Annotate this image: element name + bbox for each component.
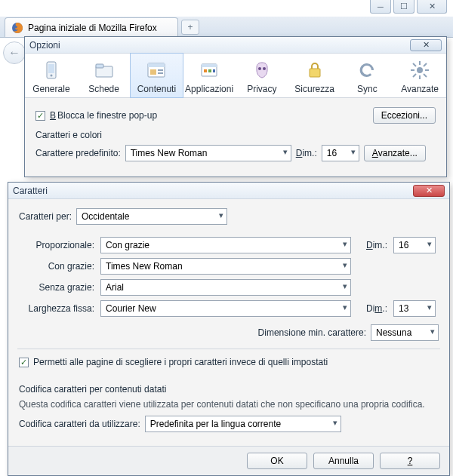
svg-rect-2: [48, 64, 54, 73]
exceptions-button[interactable]: Eccezioni...: [373, 107, 436, 124]
tab-title: Pagina iniziale di Mozilla Firefox: [28, 23, 157, 33]
category-sync[interactable]: Sync: [341, 54, 394, 97]
category-generale[interactable]: Generale: [25, 54, 78, 97]
svg-point-3: [50, 75, 52, 77]
svg-point-19: [417, 67, 423, 73]
window-controls: ─ ☐ ✕: [370, 0, 447, 14]
fonts-button-row: OK Annulla ?: [8, 446, 449, 475]
new-tab-button[interactable]: +: [181, 20, 199, 35]
svg-rect-8: [150, 69, 156, 75]
fonts-close-button[interactable]: ✕: [413, 185, 445, 197]
privacy-icon: [250, 58, 274, 82]
mono-select[interactable]: Courier New: [100, 300, 351, 317]
advanced-icon: [408, 58, 432, 82]
serif-select[interactable]: Times New Roman: [100, 258, 351, 275]
firefox-icon: [11, 22, 23, 34]
nav-back-button[interactable]: ←: [3, 41, 26, 64]
help-button[interactable]: ?: [380, 453, 440, 469]
category-applicazioni[interactable]: Applicazioni: [183, 54, 236, 97]
default-font-select[interactable]: Times New Roman: [125, 145, 291, 161]
svg-rect-13: [204, 69, 207, 72]
window-minimize-button[interactable]: ─: [370, 0, 391, 14]
svg-rect-12: [202, 64, 217, 67]
options-titlebar: Opzioni ✕: [25, 37, 446, 54]
fonts-dialog: Caratteri ✕ Caratteri per: Occidentale P…: [8, 182, 450, 476]
svg-line-25: [424, 74, 427, 77]
serif-label: Con grazie:: [19, 261, 94, 272]
sans-label: Senza grazie:: [19, 282, 94, 293]
category-privacy[interactable]: Privacy: [236, 54, 288, 97]
allow-pages-label: Permetti alle pagine di scegliere i prop…: [33, 357, 328, 367]
svg-point-16: [258, 67, 261, 70]
options-body: B document.currentScript.previousElement…: [25, 98, 446, 177]
svg-rect-15: [213, 69, 215, 72]
applications-icon: [197, 58, 221, 82]
min-size-label: Dimensione min. carattere:: [258, 327, 366, 338]
mono-dim-label: Dim.:: [357, 303, 387, 314]
fonts-for-label: Caratteri per:: [19, 211, 72, 222]
window-close-button[interactable]: ✕: [417, 0, 447, 14]
fonts-title: Caratteri: [13, 186, 413, 196]
sans-select[interactable]: Arial: [100, 279, 351, 296]
default-font-label: Carattere predefinito:: [35, 148, 121, 158]
svg-line-27: [413, 74, 416, 77]
svg-rect-10: [158, 72, 163, 74]
browser-tabstrip: Pagina iniziale di Mozilla Firefox +: [0, 17, 453, 38]
category-avanzate[interactable]: Avanzate: [393, 54, 446, 97]
default-font-size-select[interactable]: 16: [322, 145, 359, 161]
fonts-colors-section: Caratteri e colori: [35, 130, 436, 140]
svg-line-26: [424, 63, 427, 66]
allow-pages-checkbox[interactable]: [19, 358, 29, 367]
fonts-body: Caratteri per: Occidentale Proporzionale…: [8, 199, 449, 446]
category-contenuti[interactable]: Contenuti: [130, 53, 184, 98]
proportional-size-select[interactable]: 16: [393, 237, 436, 253]
svg-line-24: [413, 63, 416, 66]
mono-label: Larghezza fissa:: [19, 303, 94, 314]
fonts-titlebar: Caratteri ✕: [8, 183, 449, 199]
options-title: Opzioni: [29, 40, 410, 51]
category-schede[interactable]: Schede: [78, 54, 131, 97]
svg-point-17: [263, 67, 266, 70]
block-popup-label-text: Blocca le finestre pop-up: [57, 110, 157, 121]
svg-rect-5: [96, 64, 103, 68]
proportional-select[interactable]: Con grazie: [100, 237, 351, 253]
fonts-grid: Proporzionale: Con grazie Dim.: 16 Con g…: [19, 237, 439, 317]
block-popup-checkbox[interactable]: [35, 111, 45, 121]
security-icon: [303, 58, 327, 82]
min-size-select[interactable]: Nessuna: [371, 324, 439, 341]
cancel-button[interactable]: Annulla: [313, 453, 374, 469]
options-category-row: Generale Schede Contenuti Applicazioni P…: [25, 54, 446, 98]
category-sicurezza[interactable]: Sicurezza: [288, 54, 341, 97]
browser-tab[interactable]: Pagina iniziale di Mozilla Firefox: [5, 17, 178, 37]
block-popup-label: B: [50, 110, 56, 121]
fonts-advanced-button[interactable]: Avanzate...: [364, 145, 426, 161]
general-icon: [39, 58, 63, 82]
svg-rect-18: [310, 69, 320, 77]
proportional-label: Proporzionale:: [19, 240, 94, 250]
ok-button[interactable]: OK: [247, 453, 307, 469]
encoding-help: Questa codifica caratteri viene utilizza…: [19, 399, 439, 410]
options-dialog: Opzioni ✕ Generale Schede Contenuti Appl…: [24, 36, 447, 177]
prop-dim-label: Dim.:: [357, 240, 387, 250]
svg-rect-14: [208, 69, 211, 72]
encoding-label: Codifica caratteri da utilizzare:: [19, 419, 140, 429]
encoding-select[interactable]: Predefinita per la lingua corrente: [145, 416, 341, 432]
svg-rect-7: [148, 63, 165, 67]
svg-rect-9: [158, 69, 163, 71]
fonts-for-select[interactable]: Occidentale: [76, 208, 227, 225]
window-maximize-button[interactable]: ☐: [393, 0, 414, 14]
dim-label: Dim.:: [296, 148, 317, 158]
mono-size-select[interactable]: 13: [393, 300, 436, 317]
options-close-button[interactable]: ✕: [410, 39, 442, 51]
sync-icon: [355, 58, 379, 82]
tabs-icon: [92, 58, 116, 82]
content-icon: [144, 58, 168, 82]
encoding-section: Codifica caratteri per contenuti datati: [19, 384, 439, 395]
